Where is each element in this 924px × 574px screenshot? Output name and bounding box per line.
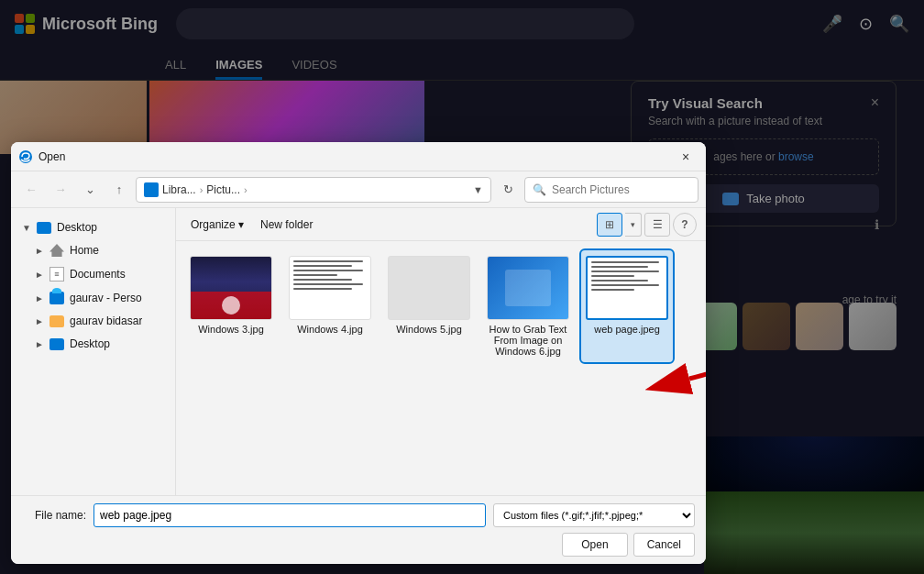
dialog-content: Organize ▾ New folder ⊞ ▾ ☰ ? xyxy=(176,208,706,495)
open-button[interactable]: Open xyxy=(562,533,627,557)
filename-label: File name: xyxy=(22,509,86,522)
view-buttons: ⊞ ▾ ☰ ? xyxy=(597,213,697,237)
nav-forward-button[interactable]: → xyxy=(48,177,73,203)
file-item-windows3[interactable]: Windows 3.jpg xyxy=(185,250,277,362)
file-item-windows6[interactable]: How to Grab Text From Image on Windows 6… xyxy=(482,250,574,362)
breadcrumb-sep-1: › xyxy=(200,184,204,195)
search-box: 🔍 xyxy=(524,177,698,203)
sidebar-label-gaurav-bidasar: gaurav bidasar xyxy=(70,315,142,327)
nav-up-button[interactable]: ↑ xyxy=(106,177,132,203)
sidebar-label-desktop2: Desktop xyxy=(70,337,110,350)
file-item-windows5[interactable]: Windows 5.jpg xyxy=(383,250,475,362)
sidebar-item-desktop-expanded[interactable]: ▼ Desktop xyxy=(15,216,171,238)
content-toolbar: Organize ▾ New folder ⊞ ▾ ☰ ? xyxy=(176,208,706,241)
filetype-select[interactable]: Custom files (*.gif;*.jfif;*.pjpeg;* xyxy=(493,503,695,527)
sidebar-label-desktop: Desktop xyxy=(57,221,97,234)
help-button[interactable]: ? xyxy=(673,213,697,237)
sidebar-label-home: Home xyxy=(70,244,99,257)
new-folder-button[interactable]: New folder xyxy=(255,215,318,235)
folder-icon-desktop2 xyxy=(50,338,64,350)
expand-arrow-documents: ► xyxy=(35,270,44,280)
dialog-bottom: File name: Custom files (*.gif;*.jfif;*.… xyxy=(11,495,706,564)
file-thumb-windows4 xyxy=(289,256,371,320)
file-name-webpage: web page.jpeg xyxy=(594,324,660,335)
dialog-body: ▼ Desktop ► Home ► ≡ Documents ► gaurav … xyxy=(11,208,706,495)
dialog-sidebar: ▼ Desktop ► Home ► ≡ Documents ► gaurav … xyxy=(11,208,176,495)
home-icon xyxy=(50,244,64,257)
cancel-button[interactable]: Cancel xyxy=(633,533,695,557)
dialog-title: Open xyxy=(38,150,673,163)
expand-arrow-gaurav-perso: ► xyxy=(35,293,44,304)
expand-arrow-desktop2: ► xyxy=(35,339,44,349)
breadcrumb-folder-icon xyxy=(144,182,159,197)
sidebar-item-desktop2[interactable]: ► Desktop xyxy=(15,333,171,355)
view-dropdown-button[interactable]: ▾ xyxy=(625,213,642,237)
nav-back-button[interactable]: ← xyxy=(18,177,44,203)
sidebar-item-home[interactable]: ► Home xyxy=(15,239,171,261)
view-details-button[interactable]: ☰ xyxy=(644,213,670,237)
refresh-button[interactable]: ↻ xyxy=(495,177,521,203)
dialog-titlebar: Open × xyxy=(11,142,706,171)
edge-app-icon xyxy=(18,149,33,164)
search-icon-small: 🔍 xyxy=(533,183,546,196)
file-thumb-webpage xyxy=(586,256,668,320)
view-large-icons-button[interactable]: ⊞ xyxy=(597,213,622,237)
sidebar-label-documents: Documents xyxy=(70,268,126,281)
filename-input[interactable] xyxy=(94,503,486,527)
file-grid: Windows 3.jpg Windows 4.jpg xyxy=(176,241,706,495)
breadcrumb-bar: Libra... › Pictu... › ▼ xyxy=(136,177,491,203)
breadcrumb-part-2: Pictu... xyxy=(206,183,240,196)
breadcrumb-part-1: Libra... xyxy=(162,183,196,196)
organize-button[interactable]: Organize ▾ xyxy=(185,215,249,235)
file-thumb-windows3 xyxy=(190,256,272,320)
dialog-close-button[interactable]: × xyxy=(673,146,698,168)
breadcrumb-dropdown-button[interactable]: ▼ xyxy=(473,184,483,195)
file-name-windows6: How to Grab Text From Image on Windows 6… xyxy=(488,324,568,357)
folder-icon-desktop xyxy=(37,222,51,234)
folder-icon-gaurav-bidasar xyxy=(50,315,64,327)
file-name-windows4: Windows 4.jpg xyxy=(297,324,363,335)
file-name-windows5: Windows 5.jpg xyxy=(396,324,462,335)
search-input[interactable] xyxy=(552,183,690,196)
file-thumb-windows5 xyxy=(388,256,470,320)
cloud-folder-icon xyxy=(50,292,64,304)
sidebar-item-gaurav-perso[interactable]: ► gaurav - Perso xyxy=(15,287,171,309)
file-name-windows3: Windows 3.jpg xyxy=(198,324,264,335)
file-thumb-windows6 xyxy=(487,256,569,320)
file-item-webpage[interactable]: web page.jpeg xyxy=(581,250,673,362)
expand-arrow-home: ► xyxy=(35,246,44,256)
breadcrumb-sep-2: › xyxy=(244,184,248,195)
documents-icon: ≡ xyxy=(50,267,64,281)
action-row: Open Cancel xyxy=(22,533,695,557)
sidebar-label-gaurav-perso: gaurav - Perso xyxy=(70,292,142,304)
sidebar-item-documents[interactable]: ► ≡ Documents xyxy=(15,262,171,286)
file-item-windows4[interactable]: Windows 4.jpg xyxy=(284,250,376,362)
expand-arrow-down: ▼ xyxy=(22,223,31,233)
sidebar-item-gaurav-bidasar[interactable]: ► gaurav bidasar xyxy=(15,310,171,332)
filename-row: File name: Custom files (*.gif;*.jfif;*.… xyxy=(22,503,695,527)
file-open-dialog: Open × ← → ⌄ ↑ Libra... › Pictu... › ▼ ↻… xyxy=(11,142,706,564)
nav-dropdown-button[interactable]: ⌄ xyxy=(77,177,103,203)
dialog-toolbar: ← → ⌄ ↑ Libra... › Pictu... › ▼ ↻ 🔍 xyxy=(11,171,706,208)
expand-arrow-gaurav-bidasar: ► xyxy=(35,316,44,326)
